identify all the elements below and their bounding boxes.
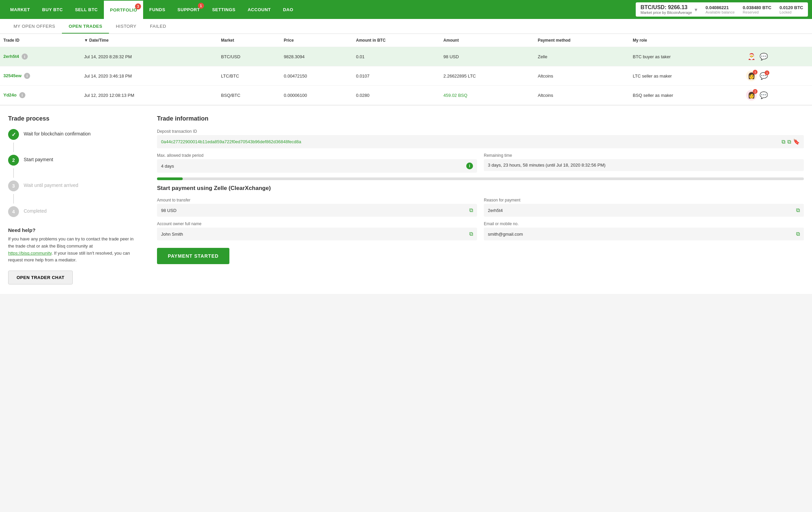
- max-period-field: 4 days i: [157, 159, 477, 173]
- nav-sell-btc[interactable]: SELL BTC: [69, 0, 104, 19]
- nav-portfolio[interactable]: PORTFOLIO 3: [104, 0, 143, 19]
- period-info-icon[interactable]: i: [466, 163, 473, 169]
- remaining-col: Remaining time 3 days, 23 hours, 58 minu…: [484, 153, 804, 177]
- trade-info-panel: Trade information Deposit transaction ID…: [157, 115, 804, 284]
- chat-icon[interactable]: 💬 1: [760, 72, 768, 80]
- remaining-field: 3 days, 23 hours, 58 minutes (until Jul …: [484, 159, 804, 171]
- checkmark-icon: ✓: [12, 131, 16, 138]
- portfolio-badge: 3: [135, 3, 141, 9]
- tab-failed[interactable]: FAILED: [143, 19, 173, 34]
- tab-open-trades-label: OPEN TRADES: [69, 24, 102, 29]
- nav-buy-btc-label: BUY BTC: [42, 7, 63, 12]
- payment-section: Start payment using Zelle (ClearXchange)…: [157, 185, 804, 264]
- step-2-indicator: 2: [8, 155, 19, 166]
- table-row[interactable]: 2erh5t4 i Jul 14, 2020 8:28:32 PM BTC/US…: [0, 47, 812, 66]
- info-icon[interactable]: i: [22, 54, 28, 60]
- open-external-icon[interactable]: ⧉: [782, 139, 785, 145]
- cell-datetime: Jul 14, 2020 8:28:32 PM: [81, 47, 218, 66]
- cell-amount: 98 USD: [440, 47, 535, 66]
- reason-value: 2erh5t4: [488, 208, 796, 213]
- trades-table: Trade ID ▼ Date/Time Market Price Amount…: [0, 34, 812, 105]
- nav-settings[interactable]: Settings: [206, 0, 242, 19]
- email-label: Email or mobile no.: [484, 221, 804, 226]
- email-field: smith@gmail.com ⧉: [484, 228, 804, 240]
- cell-actions: 🎅 💬: [743, 47, 812, 66]
- tabs-bar: MY OPEN OFFERS OPEN TRADES HISTORY FAILE…: [0, 19, 812, 34]
- account-owner-label: Account owner full name: [157, 221, 477, 226]
- cell-amount-btc: 0.01: [353, 47, 440, 66]
- need-help-text: If you have any problems you can try to …: [8, 236, 137, 264]
- step-4-indicator: 4: [8, 206, 19, 217]
- nav-account-label: Account: [248, 7, 271, 12]
- cell-role: BTC buyer as taker: [629, 47, 743, 66]
- cell-role: BSQ seller as maker: [629, 86, 743, 105]
- copy-email-icon[interactable]: ⧉: [796, 231, 800, 237]
- cell-trade-id: 2erh5t4 i: [0, 47, 81, 66]
- amount-reason-row: Amount to transfer 98 USD ⧉ Reason for p…: [157, 198, 804, 221]
- nav-buy-btc[interactable]: BUY BTC: [36, 0, 69, 19]
- cell-payment: Zelle: [535, 47, 630, 66]
- account-owner-field: John Smith ⧉: [157, 228, 477, 240]
- nav-dao[interactable]: DAO: [277, 0, 299, 19]
- info-icon[interactable]: i: [19, 92, 25, 98]
- cell-price: 9828.3094: [280, 47, 353, 66]
- payment-started-button[interactable]: PAYMENT STARTED: [157, 248, 229, 264]
- max-period-value: 4 days: [161, 164, 464, 169]
- reason-col: Reason for payment 2erh5t4 ⧉: [484, 198, 804, 221]
- col-header-datetime[interactable]: ▼ Date/Time: [81, 34, 218, 47]
- period-remaining-row: Max. allowed trade period 4 days i Remai…: [157, 153, 804, 177]
- cell-actions: 👩 2 💬: [743, 86, 812, 105]
- avatar: 🎅: [746, 51, 757, 62]
- payment-section-title: Start payment using Zelle (ClearXchange): [157, 185, 804, 192]
- chat-icon[interactable]: 💬: [760, 52, 768, 61]
- email-col: Email or mobile no. smith@gmail.com ⧉: [484, 221, 804, 245]
- tab-failed-label: FAILED: [150, 24, 166, 29]
- locked-label: Locked: [780, 10, 803, 14]
- nav-dao-label: DAO: [283, 7, 293, 12]
- copy-amount-icon[interactable]: ⧉: [469, 207, 473, 213]
- col-header-actions: [743, 34, 812, 47]
- copy-account-icon[interactable]: ⧉: [469, 231, 473, 237]
- max-period-label: Max. allowed trade period: [157, 153, 477, 158]
- open-trader-chat-button[interactable]: OPEN TRADER CHAT: [8, 271, 73, 284]
- table-row[interactable]: 32545ew i Jul 14, 2020 3:46:18 PM LTC/BT…: [0, 66, 812, 86]
- account-col: Account owner full name John Smith ⧉: [157, 221, 477, 245]
- nav-account[interactable]: Account: [242, 0, 277, 19]
- table-row[interactable]: Yd24o i Jul 12, 2020 12:08:13 PM BSQ/BTC…: [0, 86, 812, 105]
- step-3: 3 Wait until payment arrived: [8, 180, 137, 191]
- step-connector-2: [13, 168, 14, 178]
- available-balance-label: Available balance: [705, 10, 735, 14]
- progress-bar-fill: [157, 177, 183, 180]
- nav-funds-label: FUNDS: [149, 7, 165, 12]
- copy-reason-icon[interactable]: ⧉: [796, 207, 800, 213]
- detail-section: Trade process ✓ Wait for blockchain conf…: [0, 105, 812, 294]
- price-source-label: Market price by BitcoinAverage: [640, 10, 692, 15]
- community-link[interactable]: https://bisq.community: [8, 251, 51, 256]
- nav-support[interactable]: Support 1: [172, 0, 206, 19]
- deposit-value: 0a44c27722900014b11eda859a722f0ed70543b9…: [161, 139, 782, 144]
- cell-datetime: Jul 12, 2020 12:08:13 PM: [81, 86, 218, 105]
- price-dropdown-icon[interactable]: ▾: [695, 6, 697, 13]
- step-2-label: Start payment: [24, 155, 53, 162]
- col-header-payment-method: Payment method: [535, 34, 630, 47]
- amount-label: Amount to transfer: [157, 198, 477, 202]
- cell-actions: 👩 1 💬 1: [743, 66, 812, 86]
- step-4-label: Completed: [24, 206, 47, 214]
- info-icon[interactable]: i: [24, 73, 30, 79]
- cell-trade-id: 32545ew i: [0, 66, 81, 86]
- bookmark-icon[interactable]: 🔖: [793, 138, 800, 145]
- tab-open-offers[interactable]: MY OPEN OFFERS: [7, 19, 62, 34]
- nav-funds[interactable]: FUNDS: [143, 0, 171, 19]
- email-value: smith@gmail.com: [488, 232, 796, 237]
- step-4: 4 Completed: [8, 206, 137, 217]
- nav-market[interactable]: MARKET: [4, 0, 36, 19]
- chat-icon[interactable]: 💬: [760, 91, 768, 99]
- tab-open-trades[interactable]: OPEN TRADES: [62, 19, 109, 34]
- col-header-amount-btc: Amount in BTC: [353, 34, 440, 47]
- copy-icon[interactable]: ⧉: [787, 139, 791, 145]
- avatar-badge: 2: [753, 89, 758, 94]
- tab-history[interactable]: HISTORY: [109, 19, 143, 34]
- cell-amount: 459.02 BSQ: [440, 86, 535, 105]
- account-owner-value: John Smith: [161, 232, 469, 237]
- col-header-market: Market: [218, 34, 280, 47]
